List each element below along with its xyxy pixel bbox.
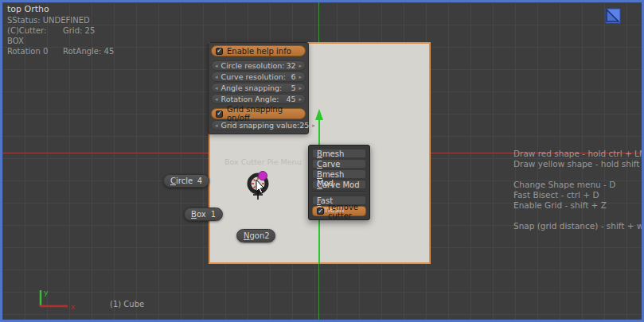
menu-divider [312, 192, 366, 193]
help-line: Change Shape menu - D [513, 180, 642, 190]
help-line [513, 211, 642, 221]
menu-item-carve[interactable]: Carve [312, 159, 366, 169]
checkbox-checked-icon: ✓ [216, 48, 223, 55]
menu-item-bmesh-mod[interactable]: Bmesh Mod [312, 169, 366, 179]
enable-help-toggle[interactable]: ✓ Enable help info [211, 45, 306, 56]
increase-arrow-icon[interactable]: ▸ [299, 85, 302, 91]
grid-snapping-label: Grid snapping on/off [227, 105, 301, 122]
slider-label: Angle snapping: [218, 83, 291, 92]
increase-arrow-icon[interactable]: ▸ [299, 96, 302, 103]
remove-cutter-toggle[interactable]: ✓ remove cutter [312, 206, 366, 216]
rotation-label: Rotation 0 [7, 46, 63, 56]
circle-shape-button[interactable]: Circle 4 [163, 174, 209, 188]
slider-value: 32 [286, 61, 299, 70]
help-line [513, 169, 642, 180]
pill-label: Box [191, 210, 206, 219]
viewport-3d[interactable]: top Ortho SStatus: UNDEFINED (C)Cutter: … [2, 2, 642, 320]
slider-value: 6 [291, 72, 299, 81]
checkbox-checked-icon: ✓ [216, 111, 223, 118]
enable-help-label: Enable help info [227, 47, 291, 56]
help-line: Fast Bisect - ctrl + D [513, 190, 642, 200]
slider-label: Circle resolution: [218, 61, 287, 70]
check-icon: ✓ [217, 48, 222, 54]
slider-label: Curve resolution: [218, 72, 291, 81]
ngon-shape-button[interactable]: Ngon 2 [236, 229, 275, 242]
box-shape-button[interactable]: Box 1 [184, 208, 223, 221]
blender-window: top Ortho SStatus: UNDEFINED (C)Cutter: … [0, 0, 644, 322]
slider-label: Rotation Angle: [218, 95, 287, 103]
check-icon: ✓ [318, 208, 323, 215]
fast-carve-tool-panel: ✓ Enable help info ◂ Circle resolution: … [208, 42, 309, 134]
checkbox-checked-icon: ✓ [317, 208, 324, 215]
slider-value: 5 [291, 83, 299, 92]
viewport-corner-widget[interactable] [605, 8, 621, 27]
slider-value: 45 [286, 95, 299, 103]
active-object-label: (1) Cube [110, 300, 144, 308]
pill-count: 1 [211, 210, 216, 219]
help-line: Draw red shape - hold ctrl + LMB [513, 149, 642, 159]
menu-item-bmesh[interactable]: Bmesh [312, 149, 366, 158]
remove-cutter-label: remove cutter [328, 203, 361, 220]
pill-label: Ngon [244, 231, 264, 240]
axis-gizmo: y x [33, 287, 82, 317]
pill-label: Circle [170, 177, 193, 185]
check-icon: ✓ [217, 111, 222, 117]
slider-label: Grid snapping value: [218, 121, 300, 130]
grid-snapping-value-slider[interactable]: ◂ Grid snapping value: 25 ▸ [211, 120, 306, 130]
help-line: Snap (grid distance) - shift + wheel (or… [513, 221, 642, 231]
magenta-dot-icon [259, 172, 267, 180]
help-overlay: Draw red shape - hold ctrl + LMB Draw ye… [513, 149, 642, 231]
y-manipulator-arrow-icon[interactable] [315, 109, 323, 120]
curve-resolution-slider[interactable]: ◂ Curve resolution: 6 ▸ [211, 72, 306, 82]
boolean-method-menu: Bmesh Carve Bmesh Mod Carve Mod Fast Bme… [308, 145, 370, 220]
y-axis-label: y [44, 289, 49, 297]
increase-arrow-icon[interactable]: ▸ [299, 74, 302, 80]
cutter-label: (C)Cutter: BOX [7, 25, 63, 46]
rot-angle-label: RotAngle: 45 [63, 46, 114, 56]
menu-item-carve-mod[interactable]: Carve Mod [312, 180, 366, 189]
pill-count: 4 [197, 177, 202, 185]
status-label: SStatus: UNDEFINED [7, 15, 114, 25]
brush-cursor [241, 165, 276, 204]
pill-count: 2 [264, 231, 269, 240]
increase-arrow-icon[interactable]: ▸ [312, 122, 315, 129]
grid-snapping-toggle[interactable]: ✓ Grid snapping on/off [211, 108, 306, 119]
viewport-hud: top Ortho SStatus: UNDEFINED (C)Cutter: … [7, 4, 114, 56]
x-axis-label: x [71, 303, 76, 311]
slider-value: 25 [299, 121, 312, 130]
help-line: Enable Grid - shift + Z [513, 200, 642, 211]
view-label: top Ortho [7, 4, 114, 15]
increase-arrow-icon[interactable]: ▸ [299, 63, 302, 69]
angle-snapping-slider[interactable]: ◂ Angle snapping: 5 ▸ [211, 83, 306, 93]
circle-resolution-slider[interactable]: ◂ Circle resolution: 32 ▸ [211, 60, 306, 71]
grid-label: Grid: 25 [63, 25, 95, 46]
rotation-angle-slider[interactable]: ◂ Rotation Angle: 45 ▸ [211, 94, 306, 104]
help-line: Draw yellow shape - hold shift + ctrl + … [513, 159, 642, 169]
